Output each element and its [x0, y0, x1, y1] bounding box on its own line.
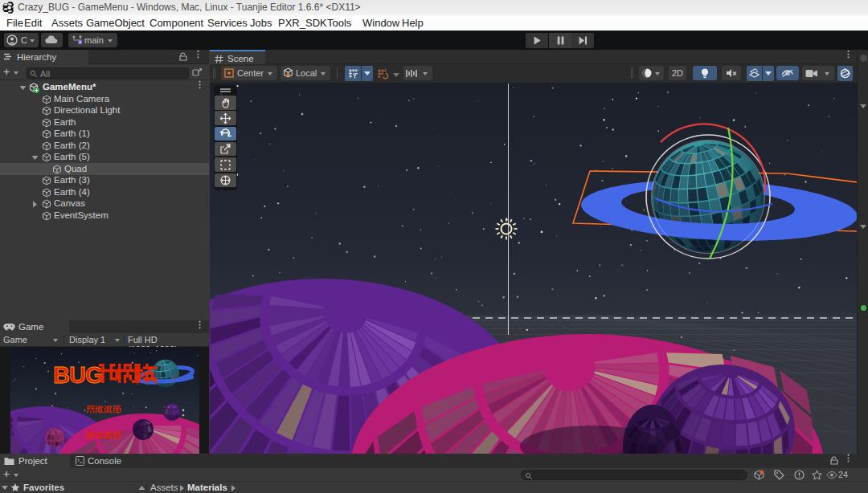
svg-text:BUG: BUG	[53, 362, 102, 388]
